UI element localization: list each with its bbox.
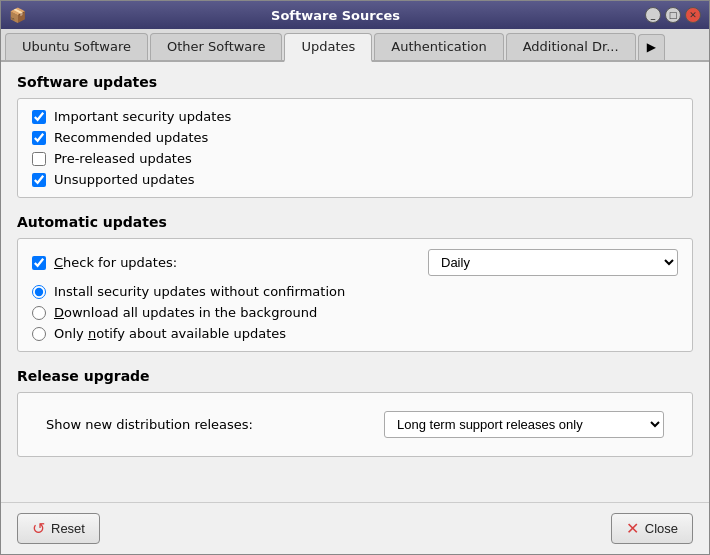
- release-upgrade-title: Release upgrade: [17, 368, 693, 384]
- check-for-updates-row: Check for updates: Daily Every two days …: [32, 249, 678, 276]
- unsupported-updates-label[interactable]: Unsupported updates: [54, 172, 195, 187]
- tab-ubuntu-software[interactable]: Ubuntu Software: [5, 33, 148, 60]
- radio-download-all: Download all updates in the background: [32, 305, 678, 320]
- software-updates-box: Important security updates Recommended u…: [17, 98, 693, 198]
- titlebar-close-button[interactable]: ✕: [685, 7, 701, 23]
- reset-label: Reset: [51, 521, 85, 536]
- pre-released-checkbox[interactable]: [32, 152, 46, 166]
- release-upgrade-section: Release upgrade Show new distribution re…: [17, 368, 693, 457]
- close-label: Close: [645, 521, 678, 536]
- radio-install-security: Install security updates without confirm…: [32, 284, 678, 299]
- titlebar-controls: _ □ ✕: [645, 7, 701, 23]
- check-for-updates-checkbox[interactable]: [32, 256, 46, 270]
- reset-button[interactable]: ↺ Reset: [17, 513, 100, 544]
- window-icon: 📦: [9, 7, 26, 23]
- distribution-releases-row: Show new distribution releases: Long ter…: [32, 403, 678, 446]
- recommended-updates-label[interactable]: Recommended updates: [54, 130, 208, 145]
- install-security-label[interactable]: Install security updates without confirm…: [54, 284, 345, 299]
- footer: ↺ Reset ✕ Close: [1, 502, 709, 554]
- tab-overflow-button[interactable]: ▶: [638, 34, 665, 60]
- distribution-releases-select[interactable]: Long term support releases only Normal r…: [384, 411, 664, 438]
- tab-content: Software updates Important security upda…: [1, 62, 709, 502]
- automatic-updates-box: Check for updates: Daily Every two days …: [17, 238, 693, 352]
- release-upgrade-box: Show new distribution releases: Long ter…: [17, 392, 693, 457]
- reset-icon: ↺: [32, 519, 45, 538]
- tab-additional-drivers[interactable]: Additional Dr...: [506, 33, 636, 60]
- automatic-updates-section: Automatic updates Check for updates: Dai…: [17, 214, 693, 352]
- recommended-updates-checkbox[interactable]: [32, 131, 46, 145]
- software-updates-title: Software updates: [17, 74, 693, 90]
- tab-updates[interactable]: Updates: [284, 33, 372, 62]
- distribution-releases-label: Show new distribution releases:: [46, 417, 253, 432]
- window-title: Software Sources: [26, 8, 645, 23]
- checkbox-row-important-security: Important security updates: [32, 109, 678, 124]
- checkbox-row-unsupported: Unsupported updates: [32, 172, 678, 187]
- pre-released-label[interactable]: Pre-released updates: [54, 151, 192, 166]
- radio-notify-only: Only notify about available updates: [32, 326, 678, 341]
- tab-authentication[interactable]: Authentication: [374, 33, 503, 60]
- tab-bar: Ubuntu Software Other Software Updates A…: [1, 29, 709, 62]
- titlebar: 📦 Software Sources _ □ ✕: [1, 1, 709, 29]
- notify-only-label[interactable]: Only notify about available updates: [54, 326, 286, 341]
- check-for-updates-label[interactable]: Check for updates:: [54, 255, 177, 270]
- main-window: 📦 Software Sources _ □ ✕ Ubuntu Software…: [0, 0, 710, 555]
- unsupported-updates-checkbox[interactable]: [32, 173, 46, 187]
- tab-other-software[interactable]: Other Software: [150, 33, 282, 60]
- download-all-label[interactable]: Download all updates in the background: [54, 305, 317, 320]
- download-all-radio[interactable]: [32, 306, 46, 320]
- close-button[interactable]: ✕ Close: [611, 513, 693, 544]
- important-security-checkbox[interactable]: [32, 110, 46, 124]
- important-security-label[interactable]: Important security updates: [54, 109, 231, 124]
- checkbox-row-recommended: Recommended updates: [32, 130, 678, 145]
- update-frequency-select[interactable]: Daily Every two days Weekly Every two we…: [428, 249, 678, 276]
- automatic-updates-title: Automatic updates: [17, 214, 693, 230]
- software-updates-section: Software updates Important security upda…: [17, 74, 693, 198]
- notify-only-radio[interactable]: [32, 327, 46, 341]
- minimize-button[interactable]: _: [645, 7, 661, 23]
- close-icon: ✕: [626, 519, 639, 538]
- checkbox-row-pre-released: Pre-released updates: [32, 151, 678, 166]
- install-security-radio[interactable]: [32, 285, 46, 299]
- maximize-button[interactable]: □: [665, 7, 681, 23]
